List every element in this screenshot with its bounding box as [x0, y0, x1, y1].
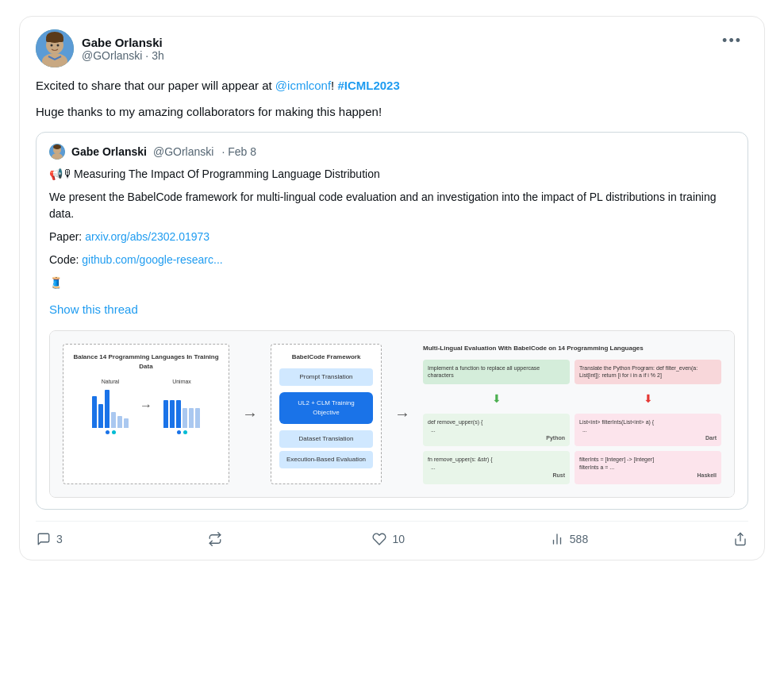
mention-icmlconf[interactable]: @icmlconf	[275, 79, 331, 92]
panel-right: Multi-Lingual Evaluation With BabelCode …	[423, 344, 721, 484]
quoted-header: Gabe Orlanski @GOrlanski · Feb 8	[49, 144, 735, 160]
dot	[177, 430, 181, 434]
panel-left: Balance 14 Programming Languages In Trai…	[63, 344, 229, 484]
author-name: Gabe Orlanski	[82, 36, 164, 49]
quoted-title: 📢🎙Measuring The Impact Of Programming La…	[49, 166, 735, 183]
paper-url[interactable]: arxiv.org/abs/2302.01973	[85, 230, 209, 243]
cell-python: def remove_upper(s) { ... Python	[423, 414, 570, 446]
quoted-author-name: Gabe Orlanski	[71, 145, 147, 158]
bar-chart-row: Natural	[71, 378, 221, 435]
quoted-body: 📢🎙Measuring The Impact Of Programming La…	[49, 166, 735, 498]
like-action[interactable]: 10	[371, 531, 405, 547]
bar	[111, 412, 116, 428]
tweet-header: Gabe Orlanski @GOrlanski · 3h •••	[36, 29, 748, 67]
bar	[183, 408, 187, 428]
svg-rect-4	[46, 37, 63, 42]
dot	[106, 430, 110, 434]
quoted-author-handle: @GOrlanski	[153, 145, 213, 158]
code-url[interactable]: github.com/google-researc...	[82, 253, 222, 266]
tweet-text-line2: Huge thanks to my amazing collaborators …	[36, 103, 748, 121]
author-handle-time: @GOrlanski · 3h	[82, 49, 164, 62]
bar	[105, 390, 110, 428]
bar	[124, 418, 129, 428]
chart-dots-2	[177, 430, 187, 434]
more-options-button[interactable]: •••	[716, 29, 748, 52]
reply-icon	[36, 531, 52, 547]
panel-arrow: →	[242, 402, 258, 426]
avatar[interactable]	[36, 29, 74, 67]
cell-implement: Implement a function to replace all uppe…	[423, 360, 570, 385]
cell-haskell: filterInts = [Integer] -> [Integer]filte…	[575, 451, 721, 483]
cell-translate: Translate the Python Program: def filter…	[575, 360, 721, 385]
bar	[163, 400, 168, 428]
bar	[189, 408, 194, 428]
hashtag-icml2023[interactable]: #ICML2023	[337, 79, 399, 92]
views-icon	[549, 531, 565, 547]
cell-dart: List<int> filterInts(List<int> a) { ... …	[575, 414, 721, 446]
author-info: Gabe Orlanski @GOrlanski · 3h	[82, 36, 164, 62]
svg-point-10	[53, 144, 61, 149]
lang-python: Python	[428, 434, 565, 442]
panel-middle: BabelCode Framework Prompt Translation U…	[271, 344, 382, 484]
arrow-down-red: ⬇	[644, 391, 653, 407]
tweet-card: Gabe Orlanski @GOrlanski · 3h ••• Excite…	[19, 16, 765, 561]
right-panel-title: Multi-Lingual Evaluation With BabelCode …	[423, 344, 721, 353]
svg-point-5	[51, 44, 53, 47]
quoted-tweet[interactable]: Gabe Orlanski @GOrlanski · Feb 8 📢🎙Measu…	[36, 132, 748, 510]
lang-rust: Rust	[428, 472, 565, 480]
arrow-down-green: ⬇	[492, 391, 502, 407]
tweet-header-left: Gabe Orlanski @GOrlanski · 3h	[36, 29, 164, 67]
pr-grid-bottom: def remove_upper(s) { ... Python List<in…	[423, 414, 721, 484]
dot	[183, 430, 187, 434]
prompt-translation-box: Prompt Translation	[279, 368, 373, 386]
middle-panel-title: BabelCode Framework	[279, 352, 373, 362]
arrow-right: →	[140, 396, 152, 415]
panel-arrow-2: →	[394, 402, 410, 426]
quoted-avatar	[49, 144, 65, 160]
like-count: 10	[392, 533, 405, 545]
quoted-description: We present the BabelCode framework for m…	[49, 189, 735, 222]
quoted-code-link: Code: github.com/google-researc...	[49, 252, 735, 268]
training-objective-box: UL2 + CLM Training Objective	[279, 392, 373, 424]
retweet-icon	[207, 531, 223, 547]
paper-image: Balance 14 Programming Languages In Trai…	[49, 330, 735, 498]
retweet-action[interactable]	[207, 531, 228, 547]
share-icon	[732, 531, 748, 547]
quoted-paper-link: Paper: arxiv.org/abs/2302.01973	[49, 229, 735, 245]
reply-count: 3	[56, 533, 63, 545]
like-icon	[371, 531, 387, 547]
bars-unimax	[163, 388, 200, 428]
chart-dots	[106, 430, 116, 434]
pr-grid-top: Implement a function to replace all uppe…	[423, 360, 721, 385]
bar	[170, 400, 175, 428]
lang-dart: Dart	[579, 434, 717, 442]
views-count: 588	[570, 533, 588, 545]
svg-point-6	[57, 44, 60, 47]
bar	[117, 416, 122, 428]
bar	[176, 400, 181, 428]
tweet-actions: 3 10	[36, 521, 748, 547]
share-action[interactable]	[732, 531, 748, 547]
views-action[interactable]: 588	[549, 531, 588, 547]
dot	[112, 430, 116, 434]
bar	[92, 396, 97, 428]
lang-haskell: Haskell	[579, 472, 717, 480]
show-thread-link[interactable]: Show this thread	[49, 301, 138, 319]
tweet-body: Excited to share that our paper will app…	[36, 77, 748, 121]
chart-unimax: Unimax	[163, 378, 200, 435]
tweet-text-line1: Excited to share that our paper will app…	[36, 77, 748, 95]
bars-natural	[92, 388, 129, 428]
cell-rust: fn remove_upper(s: &str) { ... Rust	[423, 451, 570, 483]
left-panel-title: Balance 14 Programming Languages In Trai…	[71, 352, 221, 372]
dataset-translation-box: Dataset Translation	[279, 430, 373, 448]
reply-action[interactable]: 3	[36, 531, 63, 547]
bar	[98, 404, 103, 428]
chart-natural: Natural	[92, 378, 129, 435]
execution-evaluation-box: Execution-Based Evaluation	[279, 451, 373, 468]
paper-image-inner: Balance 14 Programming Languages In Trai…	[50, 331, 734, 497]
bar	[195, 408, 200, 428]
quoted-date: · Feb 8	[221, 145, 256, 158]
quoted-spool-emoji: 🧵	[49, 275, 735, 291]
